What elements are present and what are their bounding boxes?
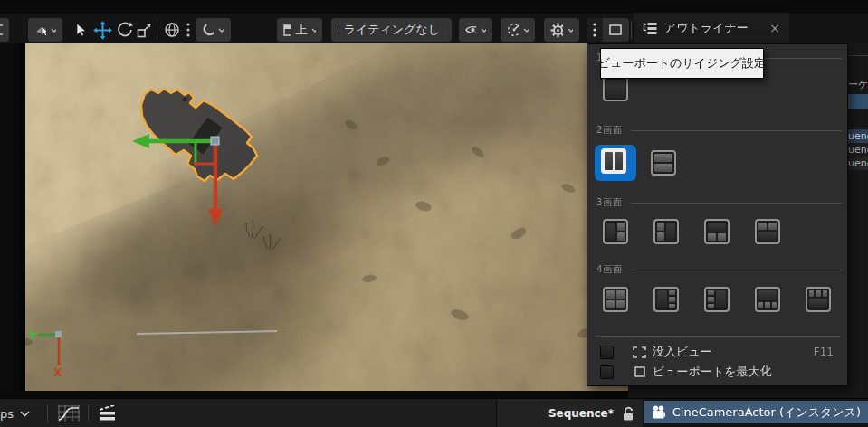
- layout-option-4pane-left[interactable]: [653, 287, 679, 312]
- snapping-button[interactable]: [196, 18, 231, 42]
- maximize-checkbox[interactable]: [600, 365, 614, 379]
- maximize-icon: [0, 24, 3, 35]
- sequencer-icon[interactable]: [100, 405, 119, 422]
- selection-mode-button[interactable]: [28, 18, 62, 42]
- maximize-square-icon: [634, 366, 645, 377]
- chevron-down-icon: [523, 28, 529, 33]
- unlit-sphere-icon: [338, 24, 339, 36]
- tab-outliner[interactable]: アウトライナー ×: [634, 13, 789, 43]
- outliner-header-fragment: ーケ: [848, 78, 868, 91]
- globe-icon: [164, 22, 180, 38]
- sizing-tooltip: ビューポートのサイジング設定: [600, 48, 764, 79]
- layout-option-3pane-bottom[interactable]: [755, 219, 780, 244]
- move-icon: [93, 21, 112, 40]
- left-pane-maximize-button[interactable]: [0, 18, 9, 42]
- chevron-down-icon: [444, 28, 445, 33]
- menu-item-immersive-view[interactable]: 没入ビュー F11: [587, 343, 849, 361]
- layout-option-4pane-top[interactable]: [755, 287, 780, 312]
- menu-item-maximize-viewport[interactable]: ビューポートを最大化: [587, 363, 849, 381]
- chevron-down-icon: [51, 28, 56, 33]
- toolbar-divider: [157, 21, 157, 39]
- layout-option-3pane-top[interactable]: [704, 219, 730, 244]
- main-viewport[interactable]: Y X: [25, 43, 631, 391]
- eye-icon: [465, 24, 476, 35]
- details-header-segment: CineCameraActor (インスタンス): [643, 399, 868, 427]
- cursor-icon: [75, 23, 87, 37]
- toolbar-overflow-dots[interactable]: [184, 18, 193, 42]
- layout-option-2pane-vertical-selected[interactable]: [595, 145, 636, 181]
- outliner-row-label: uenc: [848, 144, 868, 156]
- immersive-checkbox[interactable]: [600, 346, 614, 359]
- unreal-editor-window: 上 ライティングなし: [0, 0, 868, 427]
- select-tool-button[interactable]: [72, 18, 89, 42]
- sequencer-header-segment: Sequence*: [496, 399, 643, 427]
- maximize-icon: [609, 24, 622, 35]
- chevron-down-icon: [218, 28, 224, 33]
- viewport-sizing-menu: 1画面 2画面 3画面: [587, 43, 848, 386]
- left-viewport-sliver[interactable]: [0, 43, 19, 391]
- viewport-type-button[interactable]: 上: [277, 18, 322, 42]
- outliner-row-label: uenc: [848, 157, 868, 169]
- section-four-pane: 4画面: [596, 263, 849, 276]
- layout-option-4pane-grid[interactable]: [603, 287, 628, 312]
- tab-close-button[interactable]: ×: [769, 22, 780, 34]
- rotate-tool-button[interactable]: [116, 18, 134, 42]
- curve-editor-icon[interactable]: [58, 405, 80, 422]
- view-mode-button[interactable]: ライティングなし: [331, 18, 452, 42]
- section-three-pane: 3画面: [596, 196, 849, 209]
- maximize-label: ビューポートを最大化: [653, 364, 772, 380]
- snap-icon: [202, 24, 214, 37]
- selected-actor-row[interactable]: CineCameraActor (インスタンス): [644, 401, 868, 423]
- layout-option-4pane-bottom[interactable]: [806, 287, 831, 312]
- viewport-sizing-group: [587, 18, 629, 42]
- performance-gauge-icon: [507, 23, 519, 37]
- layout-option-1pane[interactable]: [603, 76, 628, 101]
- axis-x-label: X: [53, 366, 62, 379]
- sequence-name[interactable]: Sequence*: [548, 407, 614, 420]
- bottom-bar: ps Sequence*: [0, 398, 868, 427]
- layout-option-3pane-left[interactable]: [603, 219, 628, 244]
- toolbar-divider: [631, 21, 632, 39]
- view-mode-label: ライティングなし: [344, 22, 440, 38]
- fps-fragment: ps: [0, 407, 14, 421]
- chevron-down-icon: [481, 28, 486, 33]
- sizing-tooltip-text: ビューポートのサイジング設定: [598, 55, 766, 71]
- toolbar-top-band: [0, 0, 868, 14]
- cine-camera-icon: [652, 405, 665, 420]
- tab-outliner-label: アウトライナー: [664, 20, 749, 36]
- immersive-corners-icon: [633, 346, 646, 358]
- outliner-row-label: uenc: [848, 130, 868, 142]
- selection-mode-icon: [34, 24, 46, 37]
- chevron-down-icon: [568, 28, 573, 33]
- outliner-icon: [643, 22, 657, 35]
- selected-actor-label: CineCameraActor (インスタンス): [672, 404, 861, 421]
- viewport-splitter[interactable]: [19, 43, 25, 391]
- bottom-divider: [88, 404, 89, 422]
- performance-button[interactable]: [501, 18, 535, 42]
- immersive-shortcut: F11: [814, 346, 834, 358]
- layout-option-2pane-horizontal[interactable]: [651, 150, 676, 176]
- viewport-settings-button[interactable]: [544, 18, 579, 42]
- layout-option-3pane-right[interactable]: [653, 219, 679, 244]
- viewport-render: Y X: [25, 43, 631, 391]
- maximize-viewport-button[interactable]: [603, 18, 628, 42]
- viewport-type-icon: [283, 24, 291, 36]
- unlock-icon[interactable]: [622, 406, 635, 421]
- scale-tool-button[interactable]: [135, 18, 153, 42]
- bottom-divider: [47, 404, 48, 422]
- layout-option-4pane-right[interactable]: [704, 287, 730, 312]
- show-flags-button[interactable]: [459, 18, 492, 42]
- transform-space-button[interactable]: [162, 18, 182, 42]
- chevron-down-icon[interactable]: [20, 411, 30, 417]
- move-tool-button[interactable]: [91, 18, 113, 42]
- viewport-type-label: 上: [295, 22, 307, 38]
- immersive-label: 没入ビュー: [653, 344, 712, 360]
- viewport-sizing-button[interactable]: [587, 18, 603, 42]
- menu-separator: [596, 336, 841, 337]
- vertical-dots-icon: [186, 23, 190, 37]
- axis-y-label: Y: [27, 329, 36, 342]
- vertical-dots-icon: [593, 23, 596, 37]
- gear-icon: [550, 23, 563, 38]
- section-two-pane: 2画面: [596, 124, 849, 137]
- scale-icon: [137, 23, 152, 38]
